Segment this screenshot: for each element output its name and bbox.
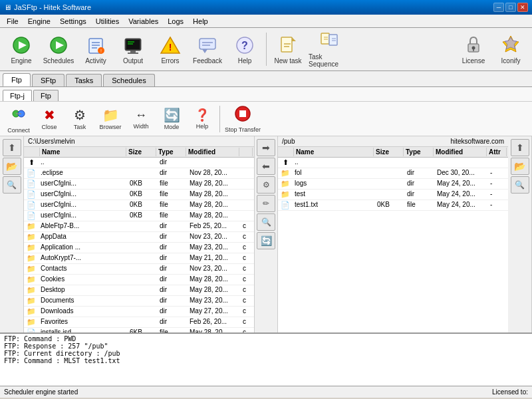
toolbar-schedules[interactable]: Schedules [41,31,76,68]
menu-engine[interactable]: Engine [24,16,55,27]
toolbar-feedback[interactable]: Feedback [190,31,225,68]
local-open-btn[interactable]: 📂 [3,158,21,175]
local-file-modified: Feb 26, 20... [188,317,241,327]
ftp-help[interactable]: ❓ Help [188,104,217,134]
toolbar-output[interactable]: Output [116,31,150,68]
remote-file-row[interactable]: 📁 logs dir May 24, 20... - [278,179,508,190]
local-rows: ⬆ .. dir 📄 .eclipse dir Nov 28, 20... 📄 … [24,158,254,332]
left-arrow-panel: ⬆ 📂 🔍 [0,136,24,332]
remote-open-btn[interactable]: 📂 [511,158,529,175]
local-file-row[interactable]: 📁 AutoKrypt7-... dir May 21, 20... c [24,253,254,264]
local-file-row[interactable]: 📁 Downloads dir May 27, 20... c [24,307,254,317]
local-file-row[interactable]: 📁 Application ... dir May 23, 20... c [24,243,254,253]
menu-settings[interactable]: Settings [56,16,90,27]
local-file-row[interactable]: 📄 .eclipse dir Nov 28, 20... [24,168,254,179]
local-col-modified[interactable]: Modified [186,148,239,156]
local-file-row[interactable]: 📄 userCfgIni... 0KB file May 28, 20... [24,211,254,221]
sub-tab-ftp2[interactable]: Ftp [33,90,59,101]
ftp-task[interactable]: ⚙ Task [65,104,94,134]
toolbar-taskseq[interactable]: Task Sequence [308,31,350,68]
menu-logs[interactable]: Logs [164,16,188,27]
remote-file-icon: ⬆ [278,158,293,168]
feedback-icon [197,35,218,56]
remote-file-row[interactable]: 📄 test1.txt 0KB file May 24, 20... - [278,200,508,211]
local-file-row[interactable]: 📁 AbleFtp7-B... dir Feb 25, 20... c [24,221,254,232]
minimize-button[interactable]: ─ [493,3,504,12]
local-up-btn[interactable]: ⬆ [3,139,21,156]
tab-tasks[interactable]: Tasks [66,74,102,86]
local-file-row[interactable]: 📄 userCfgIni... 0KB file May 28, 20... [24,179,254,190]
local-file-modified: May 28, 20... [188,328,241,332]
local-file-row[interactable]: 📁 Desktop dir May 28, 20... c [24,285,254,296]
mid-settings-btn[interactable]: ⚙ [257,176,275,194]
remote-col-type[interactable]: Type [404,148,434,156]
local-file-icon: 📄 [24,211,39,221]
remote-filter-btn[interactable]: 🔍 [511,176,529,194]
local-file-row[interactable]: 📁 Contacts dir Nov 23, 20... c [24,264,254,275]
local-file-row[interactable]: 📄 userCfgIni... 0KB file May 28, 20... [24,190,254,200]
toolbar-help[interactable]: ? Help [227,31,262,68]
remote-file-list[interactable]: Name Size Type Modified Attr ⬆ .. 📁 fol … [278,147,508,332]
toolbar-engine[interactable]: Engine [4,31,39,68]
local-file-size: 6KB [128,328,158,332]
toolbar-errors[interactable]: ! Errors [153,31,188,68]
menu-help[interactable]: Help [189,16,212,27]
sub-tab-ftpj[interactable]: Ftp-j [3,90,32,101]
schedules-label: Schedules [43,57,74,65]
ftp-connect[interactable]: Connect [4,104,33,134]
remote-up-btn[interactable]: ⬆ [511,139,529,156]
ftp-mode[interactable]: 🔄 Mode [157,104,186,134]
mid-pencil-btn[interactable]: ✏ [257,195,275,212]
feedback-label: Feedback [193,57,222,65]
mode-label: Mode [164,124,180,130]
local-file-row[interactable]: 📄 userCfgIni... 0KB file May 28, 20... [24,200,254,211]
local-file-row[interactable]: 📁 AppData dir Nov 23, 20... c [24,232,254,243]
remote-file-type [405,158,435,168]
tab-schedules[interactable]: Schedules [103,74,154,86]
local-file-row[interactable]: 📁 Favorites dir Feb 26, 20... c [24,317,254,328]
local-file-type: dir [158,221,188,231]
remote-file-row[interactable]: 📁 fol dir Dec 30, 20... - [278,168,508,179]
close-button[interactable]: ✕ [517,3,528,12]
toolbar-newtask[interactable]: New task [271,31,305,68]
local-file-modified: Nov 23, 20... [188,264,241,274]
local-col-type[interactable]: Type [156,148,186,156]
menu-variables[interactable]: Variables [124,16,162,27]
toolbar-activity[interactable]: ! Activity [78,31,113,68]
local-file-modified: May 28, 20... [188,285,241,295]
ftp-width[interactable]: ↔ Width [126,104,156,134]
remote-col-modified[interactable]: Modified [434,148,487,156]
local-file-row[interactable]: 📁 Cookies dir May 28, 20... c [24,275,254,285]
transfer-right-btn[interactable]: ➡ [257,139,275,156]
transfer-left-btn[interactable]: ⬅ [257,158,275,175]
remote-file-row[interactable]: ⬆ .. [278,158,508,168]
maximize-button[interactable]: □ [505,3,516,12]
local-file-name: Favorites [39,317,128,327]
remote-col-attr[interactable]: Attr [487,148,507,156]
toolbar-iconify[interactable]: Iconify [493,31,528,68]
local-file-row[interactable]: 📁 Documents dir May 23, 20... c [24,296,254,307]
schedules-icon [48,35,69,56]
local-filter-btn[interactable]: 🔍 [3,176,21,194]
toolbar-license[interactable]: License [456,31,491,68]
menu-utilities[interactable]: Utilities [92,16,123,27]
local-file-row[interactable]: 📄 installs.jsd 6KB file May 28, 20... c [24,328,254,332]
remote-file-size [375,190,405,200]
local-col-name[interactable]: Name [40,148,126,156]
local-file-list[interactable]: Name Size Type Modified ⬆ .. dir 📄 .ecli… [24,147,254,332]
local-col-size[interactable]: Size [126,148,156,156]
local-file-name: .eclipse [39,168,128,178]
ftp-browser[interactable]: 📁 Browser [96,104,125,134]
ftp-stop[interactable]: Stop Transfer [223,104,263,134]
local-file-attr: c [241,243,254,253]
mid-refresh-btn[interactable]: 🔄 [257,232,275,249]
ftp-close[interactable]: ✖ Close [35,104,64,134]
remote-file-row[interactable]: 📁 test dir May 24, 20... - [278,190,508,200]
menu-file[interactable]: File [3,16,23,27]
remote-col-name[interactable]: Name [294,148,374,156]
local-file-row[interactable]: ⬆ .. dir [24,158,254,168]
tab-ftp[interactable]: Ftp [3,73,31,86]
remote-col-size[interactable]: Size [374,148,404,156]
mid-search-btn[interactable]: 🔍 [257,213,275,231]
tab-sftp[interactable]: SFtp [32,74,65,86]
